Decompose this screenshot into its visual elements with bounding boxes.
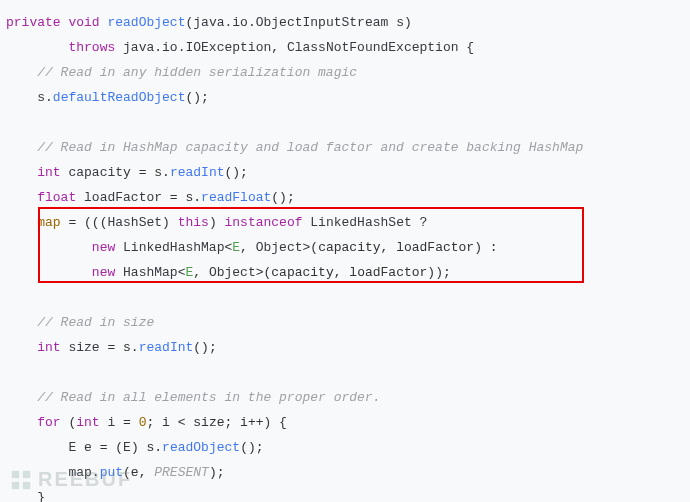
var-loadfactor: loadFactor bbox=[84, 190, 162, 205]
method-call: readObject bbox=[162, 440, 240, 455]
keyword-private: private bbox=[6, 15, 61, 30]
var-i: i bbox=[107, 415, 115, 430]
text: = s. bbox=[100, 340, 139, 355]
var-map: map. bbox=[68, 465, 99, 480]
text: (e, bbox=[123, 465, 154, 480]
text: = s. bbox=[162, 190, 201, 205]
generic-e: E bbox=[232, 240, 240, 255]
code-snippet: private void readObject(java.io.ObjectIn… bbox=[6, 10, 690, 502]
type-E-cast: E bbox=[123, 440, 131, 455]
comment-1: // Read in any hidden serialization magi… bbox=[37, 65, 357, 80]
keyword-int: int bbox=[37, 340, 60, 355]
text: = ((( bbox=[61, 215, 108, 230]
var-size: size bbox=[68, 340, 99, 355]
generic-e: E bbox=[185, 265, 193, 280]
keyword-new: new bbox=[92, 240, 115, 255]
method-call: put bbox=[100, 465, 123, 480]
generic-object: Object bbox=[256, 240, 303, 255]
keyword-new: new bbox=[92, 265, 115, 280]
text: = s. bbox=[131, 165, 170, 180]
comment-2: // Read in HashMap capacity and load fac… bbox=[37, 140, 583, 155]
method-call: readInt bbox=[170, 165, 225, 180]
exception-2: ClassNotFoundException bbox=[287, 40, 459, 55]
keyword-for: for bbox=[37, 415, 60, 430]
method-call: readInt bbox=[139, 340, 194, 355]
generic-object: Object bbox=[209, 265, 256, 280]
method-call: defaultReadObject bbox=[53, 90, 186, 105]
method-name: readObject bbox=[107, 15, 185, 30]
comment-4: // Read in all elements in the proper or… bbox=[37, 390, 380, 405]
keyword-int: int bbox=[37, 165, 60, 180]
expr: s. bbox=[37, 90, 53, 105]
keyword-void: void bbox=[68, 15, 99, 30]
text: ) s. bbox=[131, 440, 162, 455]
type-E: E bbox=[68, 440, 76, 455]
text: = ( bbox=[92, 440, 123, 455]
exception-1: java.io.IOException bbox=[123, 40, 271, 55]
method-call: readFloat bbox=[201, 190, 271, 205]
keyword-throws: throws bbox=[68, 40, 115, 55]
keyword-float: float bbox=[37, 190, 76, 205]
type-hashset: HashSet bbox=[107, 215, 162, 230]
param-name: s bbox=[396, 15, 404, 30]
keyword-instanceof: instanceof bbox=[224, 215, 302, 230]
var-map: map bbox=[37, 215, 60, 230]
var-e: e bbox=[84, 440, 92, 455]
type-linkedhashmap: LinkedHashMap bbox=[123, 240, 224, 255]
comment-3: // Read in size bbox=[37, 315, 154, 330]
text: (capacity, loadFactor) : bbox=[310, 240, 497, 255]
text: (capacity, loadFactor)); bbox=[264, 265, 451, 280]
type-hashmap: HashMap bbox=[123, 265, 178, 280]
keyword-this: this bbox=[178, 215, 209, 230]
literal-zero: 0 bbox=[139, 415, 147, 430]
type-linkedhashset: LinkedHashSet bbox=[310, 215, 411, 230]
constant-present: PRESENT bbox=[154, 465, 209, 480]
var-capacity: capacity bbox=[68, 165, 130, 180]
param-type: java.io.ObjectInputStream bbox=[193, 15, 388, 30]
keyword-int: int bbox=[76, 415, 99, 430]
